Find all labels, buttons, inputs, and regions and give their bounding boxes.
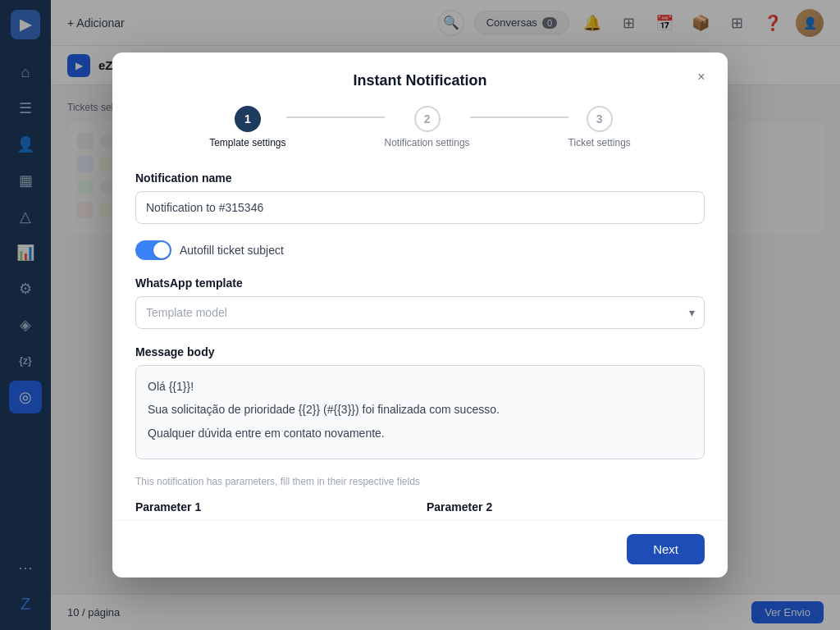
whatsapp-template-label: WhatsApp template [135, 276, 705, 290]
message-body-label: Message body [135, 345, 705, 358]
template-select[interactable]: Template model [135, 296, 705, 329]
modal-title: Instant Notification [135, 72, 705, 89]
message-line-1: Olá {{1}}! [148, 377, 692, 395]
next-button[interactable]: Next [627, 534, 705, 564]
modal-header: × Instant Notification 1 Template settin… [112, 52, 728, 171]
message-body-content: Olá {{1}}! Sua solicitação de prioridade… [135, 365, 705, 459]
step-1-label: Template settings [209, 137, 285, 148]
params-note: This notification has parameters, fill t… [135, 476, 705, 487]
step-2-label: Notification settings [385, 137, 470, 148]
whatsapp-template-group: WhatsApp template Template model ▾ [135, 276, 705, 329]
message-line-2: Sua solicitação de prioridade {{2}} (#{{… [148, 400, 692, 418]
toggle-knob [153, 242, 170, 258]
param-1-group: Parameter 1 [135, 500, 413, 520]
param-2-group: Parameter 2 [427, 500, 705, 520]
step-3-circle: 3 [587, 106, 613, 132]
stepper: 1 Template settings 2 Notification setti… [135, 106, 705, 148]
autofill-label: Autofill ticket subject [180, 244, 284, 257]
step-3: 3 Ticket settings [568, 106, 631, 148]
step-2-circle: 2 [414, 106, 441, 132]
modal-body: Notification name Autofill ticket subjec… [112, 171, 728, 520]
step-line-1 [286, 116, 385, 118]
notification-name-input[interactable] [135, 191, 705, 224]
step-3-label: Ticket settings [568, 137, 631, 148]
step-line-2 [470, 116, 568, 118]
message-body-group: Message body Olá {{1}}! Sua solicitação … [135, 345, 705, 459]
param-1-label: Parameter 1 [135, 500, 413, 514]
param-2-label: Parameter 2 [427, 500, 705, 514]
template-select-wrapper: Template model ▾ [135, 296, 705, 329]
step-1: 1 Template settings [209, 106, 285, 148]
modal-overlay: × Instant Notification 1 Template settin… [0, 0, 840, 630]
message-line-3: Qualquer dúvida entre em contato novamen… [148, 424, 692, 442]
close-icon: × [697, 70, 705, 84]
modal-footer: Next [112, 520, 728, 578]
parameters-row: Parameter 1 Parameter 2 [135, 500, 705, 520]
close-button[interactable]: × [690, 66, 713, 89]
step-2: 2 Notification settings [385, 106, 470, 148]
autofill-toggle[interactable] [135, 240, 171, 260]
notification-name-label: Notification name [135, 171, 705, 185]
notification-name-group: Notification name [135, 171, 705, 224]
instant-notification-modal: × Instant Notification 1 Template settin… [112, 52, 728, 578]
autofill-row: Autofill ticket subject [135, 240, 705, 260]
step-1-circle: 1 [235, 106, 261, 132]
